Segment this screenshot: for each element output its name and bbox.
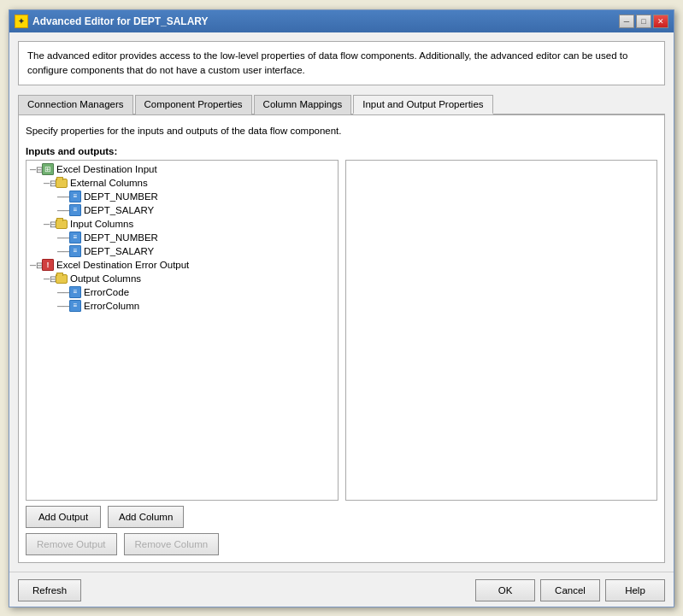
folder-icon-1 (56, 179, 68, 188)
tree-label-10: ErrorCode (84, 287, 129, 297)
window-icon: ✦ (15, 15, 28, 28)
main-window: ✦ Advanced Editor for DEPT_SALARY ─ □ ✕ … (9, 9, 674, 607)
tree-label-2: External Columns (70, 178, 148, 188)
title-bar: ✦ Advanced Editor for DEPT_SALARY ─ □ ✕ (9, 10, 674, 32)
io-panels: ─⊟ Excel Destination Input ─⊟ External C… (26, 160, 657, 501)
column-icon-3 (69, 232, 81, 243)
tree-item-errorcode[interactable]: ── ErrorCode (28, 285, 336, 299)
tree-item-dept-number-ext[interactable]: ── DEPT_NUMBER (28, 190, 336, 203)
tab-column-mappings[interactable]: Column Mappings (254, 95, 352, 114)
table-icon (42, 163, 54, 175)
io-section-label: Inputs and outputs: (26, 146, 657, 156)
expander-11: ── (57, 302, 68, 311)
remove-output-button[interactable]: Remove Output (26, 533, 117, 555)
title-bar-left: ✦ Advanced Editor for DEPT_SALARY (15, 15, 209, 28)
tree-label-5: Input Columns (70, 219, 133, 229)
tree-item-output-columns[interactable]: ─⊟ Output Columns (28, 272, 336, 285)
tree-label-8: Excel Destination Error Output (56, 260, 189, 270)
expander-6: ── (57, 233, 68, 243)
folder-icon-2 (56, 220, 68, 229)
bottom-left: Refresh (18, 579, 81, 601)
tab-description: Specify properties for the inputs and ou… (26, 122, 657, 139)
tree-item-input-columns[interactable]: ─⊟ Input Columns (28, 217, 336, 231)
tab-connection-managers[interactable]: Connection Managers (18, 95, 133, 114)
tree-label-11: ErrorColumn (84, 301, 139, 311)
tree-item-dept-salary-in[interactable]: ── DEPT_SALARY (28, 244, 336, 258)
expander-2: ─⊟ (44, 179, 54, 188)
tree-item-excel-destination-input[interactable]: ─⊟ Excel Destination Input (28, 162, 336, 176)
window-body: The advanced editor provides access to t… (9, 32, 674, 572)
maximize-button[interactable]: □ (636, 15, 651, 28)
description-text: The advanced editor provides access to t… (27, 50, 627, 75)
io-props-panel (345, 160, 658, 501)
expander-8: ─⊟ (30, 261, 40, 270)
tree-item-errorcolumn[interactable]: ── ErrorColumn (28, 299, 336, 313)
description-area: The advanced editor provides access to t… (18, 41, 665, 86)
tree-item-dept-salary-ext[interactable]: ── DEPT_SALARY (28, 203, 336, 217)
window-title: Advanced Editor for DEPT_SALARY (32, 15, 209, 27)
refresh-button[interactable]: Refresh (18, 579, 81, 601)
tree-label-1: Excel Destination Input (56, 164, 157, 174)
column-icon-2 (69, 204, 81, 216)
column-icon-6 (69, 300, 81, 312)
minimize-button[interactable]: ─ (619, 15, 634, 28)
error-icon (42, 259, 54, 271)
bottom-bar: Refresh OK Cancel Help (9, 572, 674, 607)
tree-item-excel-error-output[interactable]: ─⊟ Excel Destination Error Output (28, 258, 336, 272)
title-bar-controls: ─ □ ✕ (619, 15, 668, 28)
tab-component-properties[interactable]: Component Properties (135, 95, 252, 114)
tree-label-7: DEPT_SALARY (84, 246, 154, 256)
column-icon-5 (69, 286, 81, 298)
expander-3: ── (57, 192, 68, 202)
column-icon-4 (69, 245, 81, 257)
close-button[interactable]: ✕ (653, 15, 668, 28)
io-tree-panel[interactable]: ─⊟ Excel Destination Input ─⊟ External C… (26, 160, 339, 501)
action-buttons: Add Output Add Column (26, 501, 657, 528)
expander-5: ─⊟ (44, 220, 54, 229)
expander-10: ── (57, 288, 68, 297)
tab-input-output-properties[interactable]: Input and Output Properties (353, 95, 492, 114)
action-buttons-2: Remove Output Remove Column (26, 528, 657, 555)
tree-label-6: DEPT_NUMBER (84, 232, 158, 243)
expander-7: ── (57, 247, 68, 256)
expander-1: ─⊟ (30, 165, 40, 174)
add-column-button[interactable]: Add Column (108, 506, 184, 528)
tree-label-9: Output Columns (70, 273, 141, 284)
remove-column-button[interactable]: Remove Column (124, 533, 220, 555)
expander-4: ── (57, 206, 68, 215)
tree-label-4: DEPT_SALARY (84, 205, 154, 215)
tree-item-dept-number-in[interactable]: ── DEPT_NUMBER (28, 231, 336, 244)
tab-bar: Connection Managers Component Properties… (18, 94, 665, 115)
tree-item-external-columns[interactable]: ─⊟ External Columns (28, 176, 336, 190)
cancel-button[interactable]: Cancel (540, 579, 600, 601)
column-icon-1 (69, 191, 81, 202)
tabs-container: Connection Managers Component Properties… (18, 94, 665, 563)
tab-content: Specify properties for the inputs and ou… (18, 115, 665, 563)
bottom-right: OK Cancel Help (475, 579, 665, 601)
add-output-button[interactable]: Add Output (26, 506, 101, 528)
tree-label-3: DEPT_NUMBER (84, 191, 158, 202)
ok-button[interactable]: OK (475, 579, 535, 601)
expander-9: ─⊟ (44, 274, 54, 284)
folder-icon-3 (56, 274, 68, 284)
help-button[interactable]: Help (605, 579, 665, 601)
